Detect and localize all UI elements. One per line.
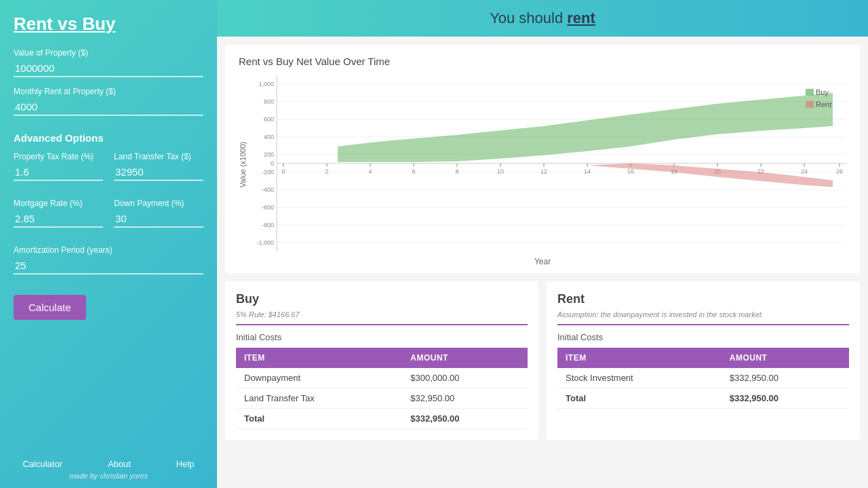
chart-section: Rent vs Buy Net Value Over Time Value (x…	[225, 45, 860, 273]
svg-text:26: 26	[836, 168, 843, 175]
buy-divider	[236, 324, 528, 325]
svg-text:0: 0	[281, 168, 285, 175]
svg-text:Rent: Rent	[816, 100, 831, 108]
footer-credit: made by christian yores	[69, 472, 148, 480]
svg-text:-1,000: -1,000	[256, 239, 274, 246]
buy-card-title: Buy	[236, 292, 528, 306]
svg-text:400: 400	[264, 134, 274, 140]
buy-col-amount: AMOUNT	[402, 348, 528, 368]
svg-text:4: 4	[368, 168, 372, 175]
svg-text:0: 0	[271, 160, 274, 167]
amortization-input[interactable]	[14, 258, 203, 274]
rent-col-item: ITEM	[557, 348, 722, 368]
property-tax-input[interactable]	[14, 164, 103, 181]
buy-total-row: Total $332,950.00	[236, 409, 528, 429]
land-transfer-label: Land Transfer Tax ($)	[114, 152, 203, 161]
rent-table-header-row: ITEM AMOUNT	[557, 348, 849, 368]
help-nav-link[interactable]: Help	[176, 459, 195, 469]
chart-title: Rent vs Buy Net Value Over Time	[239, 56, 846, 67]
property-value-label: Value of Property ($)	[14, 48, 203, 58]
calculator-nav-link[interactable]: Calculator	[22, 459, 62, 469]
recommendation-text-before: You should	[490, 9, 567, 26]
table-row: Land Transfer Tax $32,950.00	[236, 388, 528, 409]
rent-divider	[557, 324, 849, 325]
monthly-rent-label: Monthly Rent at Property ($)	[14, 87, 203, 96]
main-content: You should rent Rent vs Buy Net Value Ov…	[217, 0, 868, 488]
amortization-group: Amortization Period (years)	[14, 245, 203, 274]
rent-total-row: Total $332,950.00	[557, 388, 849, 409]
buy-row-2-amount: $32,950.00	[402, 388, 528, 409]
chart-x-label: Year	[239, 257, 846, 266]
rent-row-1-amount: $332,950.00	[722, 368, 849, 388]
property-tax-label: Property Tax Rate (%)	[14, 152, 103, 161]
monthly-rent-input[interactable]	[14, 99, 203, 116]
svg-text:-800: -800	[262, 222, 274, 228]
buy-total-amount: $332,950.00	[402, 409, 528, 429]
svg-text:14: 14	[584, 168, 591, 175]
recommendation-bar: You should rent	[217, 0, 868, 37]
recommendation-highlight: rent	[567, 9, 595, 26]
svg-text:2: 2	[325, 168, 328, 175]
svg-text:24: 24	[801, 168, 808, 175]
advanced-options-title: Advanced Options	[14, 132, 203, 144]
rent-assumption-note: Assumption: the downpayment is invested …	[557, 310, 849, 319]
svg-text:12: 12	[540, 168, 547, 175]
buy-total-label: Total	[236, 409, 402, 429]
buy-area	[338, 93, 833, 162]
rent-legend-swatch	[806, 101, 814, 108]
app-title: Rent vs Buy	[14, 14, 203, 35]
property-value-group: Value of Property ($)	[14, 48, 203, 77]
svg-text:800: 800	[264, 98, 274, 105]
buy-row-2-item: Land Transfer Tax	[236, 388, 402, 409]
about-nav-link[interactable]: About	[108, 459, 131, 469]
down-payment-label: Down Payment (%)	[114, 199, 203, 208]
buy-row-1-item: Downpayment	[236, 368, 402, 388]
property-tax-land-transfer-row: Property Tax Rate (%) Land Transfer Tax …	[14, 152, 203, 190]
chart-y-label: Value (x1000)	[239, 142, 247, 188]
rent-col-amount: AMOUNT	[722, 348, 849, 368]
svg-text:8: 8	[455, 168, 458, 175]
svg-text:-200: -200	[262, 169, 274, 176]
buy-card: Buy 5% Rule: $4166.67 Initial Costs ITEM…	[225, 281, 538, 440]
mortgage-down-payment-row: Mortgage Rate (%) Down Payment (%)	[14, 199, 203, 237]
buy-col-item: ITEM	[236, 348, 402, 368]
land-transfer-group: Land Transfer Tax ($)	[114, 152, 203, 181]
rent-table: ITEM AMOUNT Stock Investment $332,950.00…	[557, 348, 849, 409]
buy-table: ITEM AMOUNT Downpayment $300,000.00 Land…	[236, 348, 528, 429]
mortgage-rate-input[interactable]	[14, 211, 103, 228]
footer-nav: Calculator About Help	[0, 459, 217, 469]
land-transfer-input[interactable]	[114, 164, 203, 181]
tables-row: Buy 5% Rule: $4166.67 Initial Costs ITEM…	[225, 281, 860, 440]
calculate-button[interactable]: Calculate	[14, 295, 86, 320]
rent-total-label: Total	[557, 388, 722, 409]
svg-text:16: 16	[627, 168, 634, 175]
rent-total-amount: $332,950.00	[722, 388, 849, 409]
svg-text:Buy: Buy	[816, 88, 829, 96]
svg-text:1,000: 1,000	[258, 81, 274, 87]
property-tax-group: Property Tax Rate (%)	[14, 152, 103, 181]
rent-initial-costs-title: Initial Costs	[557, 332, 849, 342]
monthly-rent-group: Monthly Rent at Property ($)	[14, 87, 203, 116]
buy-table-header-row: ITEM AMOUNT	[236, 348, 528, 368]
rent-card: Rent Assumption: the downpayment is inve…	[547, 281, 860, 440]
svg-text:600: 600	[264, 116, 274, 123]
mortgage-rate-group: Mortgage Rate (%)	[14, 199, 103, 228]
svg-text:10: 10	[497, 168, 504, 175]
buy-initial-costs-title: Initial Costs	[236, 332, 528, 342]
svg-text:-400: -400	[262, 186, 274, 193]
svg-text:6: 6	[412, 168, 415, 175]
buy-legend-swatch	[806, 89, 814, 96]
chart-svg: 1,000 800 600 400 200 0 -200 -400 -600 -…	[250, 75, 846, 251]
amortization-label: Amortization Period (years)	[14, 245, 203, 255]
property-value-input[interactable]	[14, 60, 203, 77]
rent-row-1-item: Stock Investment	[557, 368, 722, 388]
sidebar-footer: Calculator About Help made by christian …	[0, 459, 217, 480]
table-row: Downpayment $300,000.00	[236, 368, 528, 388]
svg-text:-600: -600	[262, 204, 274, 211]
mortgage-rate-label: Mortgage Rate (%)	[14, 199, 103, 208]
sidebar: Rent vs Buy Value of Property ($) Monthl…	[0, 0, 217, 488]
table-row: Stock Investment $332,950.00	[557, 368, 849, 388]
svg-text:200: 200	[264, 151, 274, 158]
down-payment-input[interactable]	[114, 211, 203, 228]
down-payment-group: Down Payment (%)	[114, 199, 203, 228]
